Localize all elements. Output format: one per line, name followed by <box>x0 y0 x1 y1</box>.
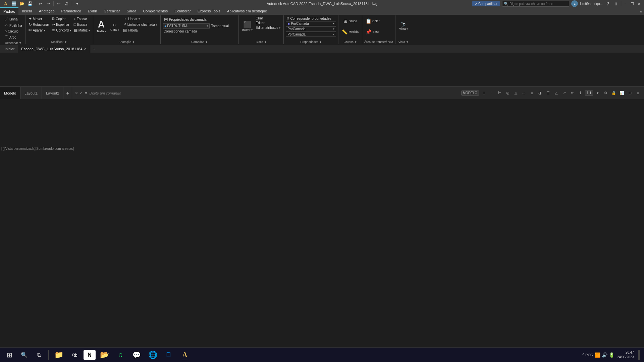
redo-btn[interactable]: ↪ <box>45 1 51 7</box>
btn-arco[interactable]: ⌒Arco <box>3 34 23 41</box>
btn-circulo[interactable]: ○Círculo <box>3 28 23 34</box>
btn-editar-atributos[interactable]: Editar atributos ▾ <box>255 25 281 30</box>
search-bar[interactable]: 🔍 <box>502 1 569 7</box>
ws-settings-btn[interactable]: ⚙ <box>602 90 609 97</box>
autocad-logo[interactable]: A <box>3 1 9 7</box>
snap-btn[interactable]: ⋮ <box>488 90 495 97</box>
command-input[interactable] <box>89 91 455 95</box>
cmd-x-btn[interactable]: ✕ <box>75 91 78 96</box>
btn-linha[interactable]: ／Linha <box>3 16 23 22</box>
tab-complementos[interactable]: Complementos <box>140 7 171 15</box>
taskbar-clock[interactable]: 20:47 24/05/2023 <box>617 350 634 360</box>
tray-volume[interactable]: 🔊 <box>602 352 607 358</box>
layer-dropdown[interactable]: ● ESTRUTURA ▾ <box>163 23 210 28</box>
prop-color-dropdown[interactable]: ■PorCamada▾ <box>286 21 336 26</box>
undo-btn[interactable]: ↩ <box>37 1 43 7</box>
taskbar-vscode[interactable]: 🗒 <box>161 349 176 361</box>
btn-espelhar[interactable]: ⇔Espelhar <box>51 22 72 27</box>
tab-express[interactable]: Express Tools <box>194 7 224 15</box>
polar-btn[interactable]: ◎ <box>504 90 511 97</box>
btn-corresponder-prop[interactable]: ⧉Corresponder propriedades <box>286 16 336 21</box>
hardware-btn[interactable]: 📊 <box>619 90 625 97</box>
share-btn[interactable]: ↗ Compartilhar <box>472 1 500 6</box>
tab-inserir[interactable]: Inserir <box>18 7 36 15</box>
btn-polilinha[interactable]: 〰Polilinha <box>3 23 23 28</box>
btn-copiar[interactable]: ⧉Copiar <box>51 16 72 21</box>
model-space-btn[interactable]: MODELO <box>461 90 479 96</box>
tab-iniciar[interactable]: Iniciar <box>1 46 18 52</box>
tray-chevron[interactable]: ^ <box>582 353 584 357</box>
otrack-btn[interactable]: ∞ <box>521 90 527 97</box>
btn-colar[interactable]: 📋Colar <box>364 16 381 26</box>
btn-cota[interactable]: ↔ Cota ▾ <box>109 16 121 36</box>
ribbon-collapse-btn[interactable]: ▲ <box>639 9 643 13</box>
print-btn[interactable]: 🖨 <box>64 1 70 7</box>
tab-modelo[interactable]: Modelo <box>0 87 20 99</box>
btn-tomar-atual[interactable]: Tomar atual <box>210 24 230 28</box>
tab-padrao[interactable]: Padrão <box>0 7 18 15</box>
3dosnap-btn[interactable]: △ <box>553 90 559 97</box>
btn-texto[interactable]: A Texto ▾ <box>95 16 107 36</box>
btn-corresponder-camada[interactable]: Corresponder camada <box>163 29 236 34</box>
save-btn[interactable]: 💾 <box>27 1 33 7</box>
btn-grupo[interactable]: ⊞Grupo <box>340 16 360 26</box>
cmd-check-btn[interactable]: ✓ <box>79 91 83 96</box>
search-taskbar-btn[interactable]: 🔍 <box>17 349 31 361</box>
btn-base[interactable]: 📌Base <box>364 27 381 37</box>
prop-lineweight-dropdown[interactable]: PorCamada▾ <box>286 32 336 37</box>
ortho-btn[interactable]: ⊢ <box>496 90 503 97</box>
tab-parametrico[interactable]: Paramétrico <box>58 7 85 15</box>
taskbar-autocad[interactable]: A <box>177 349 192 361</box>
tab-active-file[interactable]: Escada_DWG_LuisSousa_20181184 ✕ <box>18 45 90 53</box>
btn-linear[interactable]: → Linear ▾ <box>122 16 158 21</box>
taskbar-folder[interactable]: 📂 <box>97 349 112 361</box>
taskbar-store[interactable]: 🛍 <box>67 349 82 361</box>
minimize-btn[interactable]: − <box>623 1 628 6</box>
new-file-btn[interactable]: 🆕 <box>11 1 17 7</box>
close-btn[interactable]: ✕ <box>637 1 641 6</box>
tab-layout2[interactable]: Layout2 <box>42 87 63 99</box>
btn-matriz[interactable]: ▦Matriz ▾ <box>73 27 91 33</box>
btn-medida[interactable]: 📏Medida <box>340 27 360 37</box>
btn-aparar[interactable]: ✂Aparar ▾ <box>28 27 50 33</box>
add-layout-btn[interactable]: + <box>63 87 71 99</box>
dynucs-btn[interactable]: ↗ <box>561 90 568 97</box>
sel-cycling-btn[interactable]: ☰ <box>545 90 551 97</box>
tab-layout1[interactable]: Layout1 <box>20 87 42 99</box>
tab-anotacao[interactable]: Anotação <box>36 7 58 15</box>
prop-linetype-dropdown[interactable]: PorCamada▾ <box>286 26 336 32</box>
btn-mover[interactable]: ✦Mover <box>28 16 50 21</box>
tray-network[interactable]: 📶 <box>595 352 600 358</box>
tab-saida[interactable]: Saída <box>123 7 140 15</box>
osnap-btn[interactable]: △ <box>513 90 519 97</box>
tab-aplicativos[interactable]: Aplicativos em destaque <box>224 7 270 15</box>
restore-btn[interactable]: ❐ <box>630 1 635 6</box>
tab-colaborar[interactable]: Colaborar <box>171 7 194 15</box>
cmd-settings-btn[interactable]: ▼ <box>84 91 88 96</box>
taskbar-chrome[interactable]: 🌐 <box>145 349 160 361</box>
btn-concord[interactable]: ≋Concord ▾ <box>51 27 72 33</box>
taskbar-discord[interactable]: 💬 <box>129 349 144 361</box>
dyninput-btn[interactable]: ✏ <box>569 90 576 97</box>
draw-btn[interactable]: ✏ <box>56 1 62 7</box>
btn-editar[interactable]: Editar <box>255 21 281 25</box>
qprop-btn[interactable]: ℹ <box>577 90 584 97</box>
taskview-btn[interactable]: ⧉ <box>32 349 46 361</box>
scale-btn[interactable]: 1:1 <box>585 90 593 96</box>
info-btn[interactable]: ℹ <box>613 1 619 7</box>
tab-gerenciar[interactable]: Gerenciar <box>100 7 123 15</box>
lineweight-btn[interactable]: ≡ <box>529 90 535 97</box>
taskbar-notion[interactable]: N <box>84 350 96 360</box>
taskbar-spotify[interactable]: ♫ <box>113 349 128 361</box>
btn-esticar[interactable]: ↕Esticar <box>73 16 91 21</box>
btn-criar[interactable]: Criar <box>255 16 281 20</box>
btn-rotacionar[interactable]: ↻Rotacionar <box>28 22 50 27</box>
tray-battery[interactable]: 🔋 <box>609 352 614 358</box>
search-input[interactable] <box>509 2 563 6</box>
btn-linha-chamada[interactable]: ↗Linha de chamada ▾ <box>122 22 158 27</box>
btn-escala[interactable]: □Escala <box>73 22 91 27</box>
btn-prop-camada[interactable]: ⊞ Propriedades da camada <box>163 16 236 23</box>
btn-vista[interactable]: 🔭 Vista ▾ <box>397 16 410 36</box>
more-btn[interactable]: ▾ <box>74 1 80 7</box>
customize-btn[interactable]: ≡ <box>635 90 641 97</box>
